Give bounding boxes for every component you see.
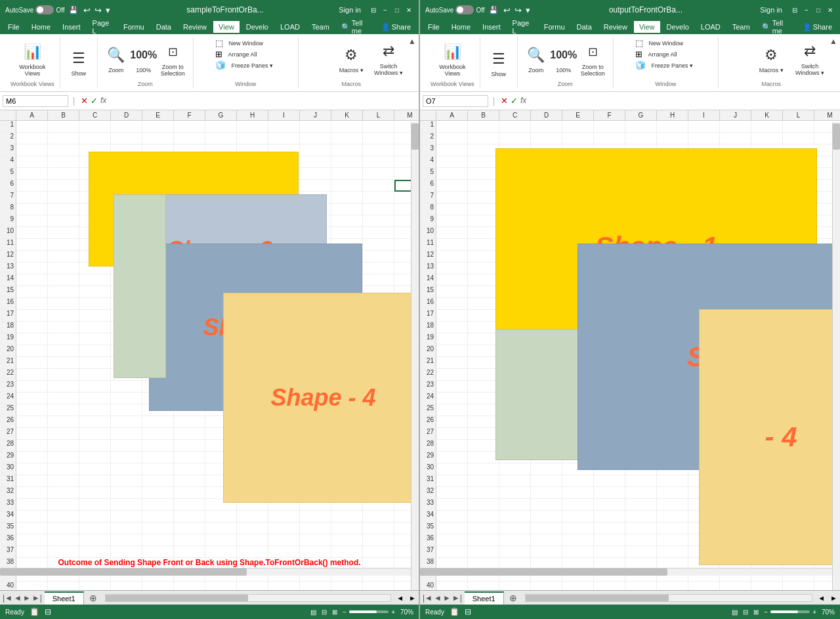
cell[interactable] [562,227,594,239]
cell[interactable] [174,381,205,393]
cell[interactable] [111,274,142,286]
cell[interactable] [751,203,783,215]
table-row[interactable]: 11 [0,239,419,251]
cell[interactable] [48,274,79,286]
cell[interactable] [300,192,331,203]
cell[interactable] [562,369,594,381]
cell[interactable] [79,121,111,133]
cell[interactable] [531,345,562,357]
cell[interactable] [531,310,562,322]
cell[interactable] [436,463,468,475]
cell[interactable] [720,239,751,251]
cell[interactable] [300,144,331,156]
cell[interactable] [531,251,562,263]
cell[interactable] [657,239,688,251]
cell[interactable] [16,168,48,180]
cell[interactable] [237,251,268,263]
cell[interactable] [363,215,394,227]
table-row[interactable]: 8 [0,203,419,215]
right-workbook-views-btn[interactable]: 📊 WorkbookViews [436,40,468,78]
cell[interactable] [268,499,300,511]
table-row[interactable]: 16 [420,298,840,310]
cell[interactable] [625,274,657,286]
cell[interactable] [720,310,751,322]
cell[interactable] [205,310,237,322]
cell[interactable] [468,144,499,156]
cell[interactable] [363,546,394,558]
cell[interactable] [205,452,237,463]
cell[interactable] [300,452,331,463]
right-ribbon-collapse[interactable]: ▲ [830,37,837,46]
right-zoom-in-btn[interactable]: + [812,608,816,616]
cell[interactable] [468,310,499,322]
cell[interactable] [363,144,394,156]
cell[interactable] [48,133,79,144]
left-tab-view[interactable]: View [213,21,240,33]
cell[interactable] [331,357,363,369]
cell[interactable] [16,274,48,286]
table-row[interactable]: 14 [0,274,419,286]
cell[interactable] [48,511,79,523]
cell[interactable] [268,404,300,416]
cell[interactable] [331,452,363,463]
left-signin-btn[interactable]: Sign in [339,6,361,14]
cell[interactable] [237,345,268,357]
cell[interactable] [268,168,300,180]
cell[interactable] [594,546,625,558]
cell[interactable] [205,144,237,156]
cell[interactable] [363,239,394,251]
cell[interactable] [688,381,720,393]
cell[interactable] [499,452,531,463]
cell[interactable] [436,227,468,239]
cell[interactable] [436,156,468,168]
cell[interactable] [468,440,499,452]
cell[interactable] [657,499,688,511]
cell[interactable] [331,428,363,440]
cell[interactable] [237,523,268,534]
cell[interactable] [436,322,468,333]
right-sheet-hscroll[interactable] [525,594,813,602]
cell[interactable] [363,345,394,357]
cell[interactable] [625,393,657,404]
cell[interactable] [79,463,111,475]
table-row[interactable]: 27 [420,428,840,440]
cell[interactable] [174,215,205,227]
cell[interactable] [468,251,499,263]
cell[interactable] [594,180,625,192]
cell[interactable] [751,286,783,298]
cell[interactable] [657,393,688,404]
cell[interactable] [174,475,205,487]
right-zoom-pct[interactable]: 70% [822,608,835,616]
cell[interactable] [205,393,237,404]
cell[interactable] [625,357,657,369]
left-formula-input[interactable] [109,97,416,105]
cell[interactable] [531,121,562,133]
cell[interactable] [468,322,499,333]
cell[interactable] [468,215,499,227]
cell[interactable] [468,168,499,180]
cell[interactable] [562,499,594,511]
cell[interactable] [142,345,174,357]
left-zoom-out-btn[interactable]: − [343,608,346,616]
cell[interactable] [237,215,268,227]
cell[interactable] [142,133,174,144]
cell[interactable] [48,345,79,357]
cell[interactable] [499,345,531,357]
left-tab-data[interactable]: Data [151,21,177,33]
cell[interactable] [783,381,814,393]
cell[interactable] [48,251,79,263]
cell[interactable] [436,310,468,322]
cell[interactable] [625,582,657,590]
cell[interactable] [268,546,300,558]
cell[interactable] [657,546,688,558]
cell[interactable] [48,168,79,180]
cell[interactable] [720,369,751,381]
cell[interactable] [111,499,142,511]
right-page-left[interactable]: ◄ [815,594,828,602]
left-tab-insert[interactable]: Insert [57,21,86,33]
cell[interactable] [237,192,268,203]
cell[interactable] [331,133,363,144]
cell[interactable] [363,511,394,523]
cell[interactable] [751,333,783,345]
cell[interactable] [657,227,688,239]
